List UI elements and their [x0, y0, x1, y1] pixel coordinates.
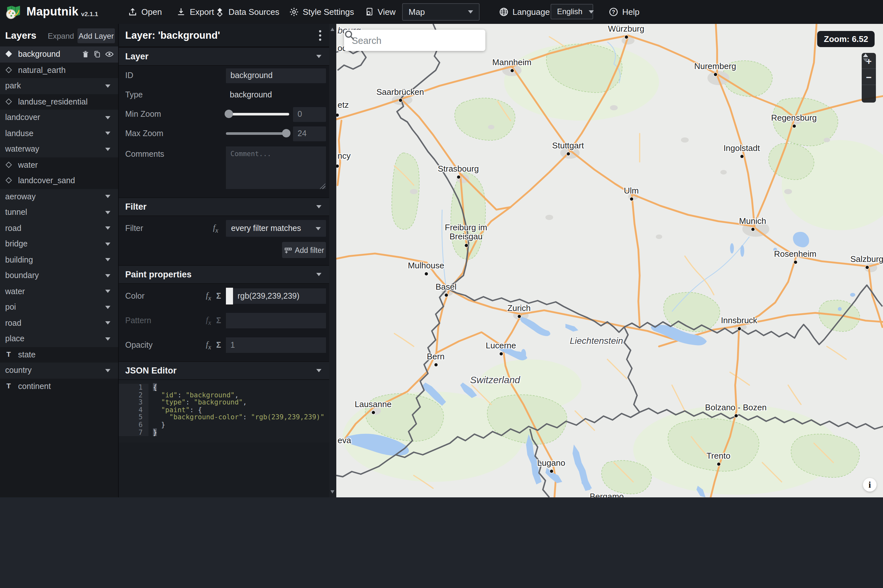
map-zoom-controls: + − [862, 53, 876, 103]
help-icon: ? [609, 7, 618, 17]
layer-group-landuse[interactable]: landuse [0, 126, 118, 141]
add-layer-button[interactable]: Add Layer [77, 28, 115, 43]
chevron-down-icon [316, 55, 321, 58]
fill-layer-icon-selected [6, 51, 12, 57]
chevron-down-icon[interactable] [105, 322, 110, 325]
export-icon [176, 7, 186, 17]
layer-item-landuse_residential[interactable]: landuse_residential [0, 94, 118, 110]
scroll-up-arrow-icon[interactable] [330, 28, 334, 31]
layer-label: background [18, 50, 60, 59]
pattern-input[interactable] [226, 313, 326, 328]
function-icon[interactable]: fx [206, 340, 211, 351]
open-button[interactable]: Open [128, 0, 162, 24]
chevron-down-icon[interactable] [105, 195, 110, 198]
language-select[interactable]: English [551, 4, 593, 20]
section-header-json[interactable]: JSON Editor [119, 361, 329, 380]
view-mode-select[interactable]: Map [402, 3, 480, 21]
line-number: 4 [119, 406, 149, 414]
min-zoom-slider[interactable] [226, 113, 289, 116]
slider-thumb[interactable] [225, 110, 233, 118]
chevron-down-icon[interactable] [105, 211, 110, 214]
search-input[interactable] [350, 34, 454, 46]
style-settings-button[interactable]: Style Settings [289, 0, 354, 24]
section-header-filter[interactable]: Filter [119, 197, 329, 216]
chevron-down-icon[interactable] [105, 338, 110, 340]
layer-group-country[interactable]: country [0, 363, 118, 378]
layer-group-landcover[interactable]: landcover [0, 110, 118, 126]
zoom-out-button[interactable]: − [862, 69, 876, 85]
layer-item-landcover_sand[interactable]: landcover_sand [0, 173, 118, 189]
color-swatch[interactable] [226, 288, 233, 304]
layer-group-building[interactable]: building [0, 252, 118, 268]
sigma-icon[interactable]: Σ [216, 292, 221, 301]
layer-group-bridge[interactable]: bridge [0, 236, 118, 252]
sigma-icon[interactable]: Σ [216, 340, 221, 350]
layer-group-waterway[interactable]: waterway [0, 141, 118, 157]
chevron-down-icon[interactable] [105, 116, 110, 119]
map-canvas[interactable]: WürzburgocMannheimNurembergSaarbrückenet… [336, 24, 883, 497]
duplicate-layer-icon[interactable] [93, 50, 101, 59]
function-icon[interactable]: fx [206, 291, 211, 302]
layer-item-water[interactable]: water [0, 157, 118, 173]
layer-group-boundary[interactable]: boundary [0, 268, 118, 284]
slider-thumb[interactable] [282, 129, 290, 137]
color-input[interactable]: rgb(239,239,239) [226, 288, 326, 304]
layer-actions-menu-button[interactable] [319, 30, 321, 44]
scroll-down-arrow-icon[interactable] [330, 490, 334, 494]
attribution-info-button[interactable]: i [863, 478, 877, 492]
id-field[interactable] [226, 68, 326, 83]
chevron-down-icon[interactable] [105, 84, 110, 88]
chevron-down-icon[interactable] [105, 369, 110, 372]
layer-item-background[interactable]: background [0, 46, 118, 62]
layer-group-water[interactable]: water [0, 284, 118, 299]
view-button[interactable]: View [365, 0, 396, 24]
add-filter-button[interactable]: Add filter [282, 242, 326, 258]
chevron-down-icon[interactable] [105, 227, 110, 230]
layer-group-place[interactable]: place [0, 331, 118, 347]
chevron-down-icon[interactable] [105, 243, 110, 246]
layer-group-road[interactable]: road [0, 315, 118, 331]
function-icon[interactable]: fx [213, 223, 218, 234]
section-header-layer[interactable]: Layer [119, 47, 329, 66]
help-button[interactable]: ? Help [609, 0, 640, 24]
layer-group-aeroway[interactable]: aeroway [0, 189, 118, 204]
max-zoom-value[interactable]: 24 [293, 126, 326, 141]
expand-button[interactable]: Expand [48, 32, 74, 40]
kebab-menu-icon [319, 30, 321, 41]
chevron-down-icon[interactable] [105, 290, 110, 293]
delete-layer-icon[interactable] [81, 50, 90, 59]
layer-group-road[interactable]: road [0, 220, 118, 236]
app-version: v2.1.1 [81, 10, 98, 17]
editor-scrollbar[interactable] [329, 24, 336, 497]
export-button[interactable]: Export [176, 0, 214, 24]
compass-button[interactable] [862, 85, 876, 103]
compass-icon [862, 53, 869, 63]
opacity-input[interactable]: 1 [226, 338, 326, 353]
chevron-down-icon[interactable] [105, 148, 110, 151]
json-editor[interactable]: 1{2 "id": "background",3 "type": "backgr… [119, 380, 329, 442]
min-zoom-value[interactable]: 0 [293, 107, 326, 122]
line-number: 3 [119, 399, 149, 406]
filter-combiner-select[interactable]: every filter matches [226, 220, 326, 237]
layer-group-tunnel[interactable]: tunnel [0, 204, 118, 220]
data-sources-button[interactable]: Data Sources [215, 0, 279, 24]
chevron-down-icon[interactable] [105, 306, 110, 309]
toggle-visibility-icon[interactable] [105, 50, 114, 59]
chevron-down-icon[interactable] [105, 132, 110, 135]
layer-group-poi[interactable]: poi [0, 299, 118, 315]
section-header-paint[interactable]: Paint properties [119, 265, 329, 284]
layer-item-natural_earth[interactable]: natural_earth [0, 62, 118, 78]
layer-label: bridge [5, 240, 28, 249]
chevron-down-icon[interactable] [105, 274, 110, 278]
top-toolbar: Maputnik v2.1.1 Open Export Data Sources… [0, 0, 883, 24]
layer-item-state[interactable]: Tstate [0, 347, 118, 363]
layers-panel-title: Layers [5, 30, 36, 40]
comments-field[interactable] [226, 146, 326, 189]
chevron-down-icon[interactable] [105, 258, 110, 262]
layer-label: landuse_residential [18, 98, 87, 106]
max-zoom-slider[interactable] [226, 132, 289, 135]
layer-group-park[interactable]: park [0, 78, 118, 94]
layer-item-continent[interactable]: Tcontinent [0, 378, 118, 394]
brand: Maputnik v2.1.1 [5, 0, 98, 24]
map-search-box[interactable] [344, 30, 485, 51]
